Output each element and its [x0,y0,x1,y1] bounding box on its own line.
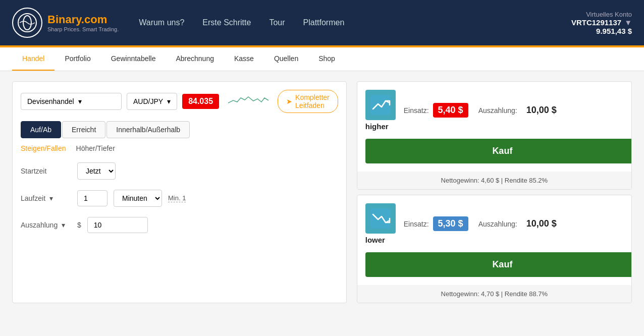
higher-footer: Nettogewinn: 4,60 $ | Rendite 85.2% [357,172,631,189]
higher-einsatz-label: Einsatz: [404,106,429,115]
account-balance: 9.951,43 $ [571,27,632,35]
header: Binary.com Sharp Prices. Smart Trading. … [0,0,644,45]
auszahlung-row: Auszahlung ▾ $ [21,217,338,233]
svg-rect-2 [370,95,391,115]
tab-erreicht[interactable]: Erreicht [62,121,105,138]
lower-einsatz-group: Einsatz: 5,30 $ [404,216,468,231]
laufzeit-min: Min. 1 [168,194,186,202]
subnav-steigen[interactable]: Steigen/Fallen [21,144,66,152]
nav-plattformen[interactable]: Plattformen [303,18,345,27]
higher-icon [365,90,396,120]
left-panel: Devisenhandel ▾ AUD/JPY ▾ 84.035 ➤ Kompl… [12,81,347,303]
trade-tabs: Auf/Ab Erreicht Innerhalb/Außerhalb [21,121,338,138]
laufzeit-label: Laufzeit ▾ [21,194,71,202]
sub-nav: Steigen/Fallen Höher/Tiefer [21,144,338,152]
guide-button[interactable]: ➤ Kompletter Leitfaden [278,90,338,113]
brand-word: Binary [47,13,81,26]
pair-select[interactable]: AUD/JPY ▾ [127,93,177,110]
higher-info: Einsatz: 5,40 $ Auszahlung: 10,00 $ [404,103,623,118]
lower-label: lower [365,236,396,244]
lower-icon [365,203,396,234]
account-dropdown-arrow[interactable]: ▼ [624,18,632,27]
guide-icon: ➤ [286,97,292,105]
lower-card-body: lower Einsatz: 5,30 $ Auszahlung: 10,00 … [357,195,631,252]
higher-einsatz-group: Einsatz: 5,40 $ [404,103,468,118]
brand-com: .com [81,13,107,26]
nav-warum[interactable]: Warum uns? [139,18,184,27]
dollar-prefix: $ [77,221,81,229]
lower-trade-card: lower Einsatz: 5,30 $ Auszahlung: 10,00 … [357,195,632,303]
laufzeit-dropdown-icon[interactable]: ▾ [49,194,53,202]
nav-tour[interactable]: Tour [269,18,285,27]
higher-card-body: higher Einsatz: 5,40 $ Auszahlung: 10,00… [357,82,631,139]
logo-text: Binary.com Sharp Prices. Smart Trading. [47,13,119,32]
higher-auszahlung-label: Auszahlung: [478,106,517,115]
startzeit-select[interactable]: Jetzt [77,162,116,180]
laufzeit-unit-select[interactable]: Minuten [114,190,162,207]
svg-rect-3 [370,208,391,229]
higher-buy-button[interactable]: Kauf [365,139,632,163]
main-content: Devisenhandel ▾ AUD/JPY ▾ 84.035 ➤ Kompl… [0,71,644,313]
startzeit-label: Startzeit [21,167,71,175]
tab-innerhalb[interactable]: Innerhalb/Außerhalb [106,121,190,138]
account-type: Virtuelles Konto [571,11,632,18]
nav-handel[interactable]: Handel [12,47,55,71]
nav-kasse[interactable]: Kasse [224,47,264,71]
market-select[interactable]: Devisenhandel ▾ [21,93,122,110]
auszahlung-dropdown-icon[interactable]: ▾ [62,221,65,229]
auszahlung-input[interactable] [87,217,148,233]
lower-buy-button[interactable]: Kauf [365,252,632,277]
main-nav: Warum uns? Erste Schritte Tour Plattform… [139,18,571,27]
startzeit-row: Startzeit Jetzt [21,162,338,180]
lower-einsatz-label: Einsatz: [404,220,429,228]
lower-info: Einsatz: 5,30 $ Auszahlung: 10,00 $ [404,216,623,231]
laufzeit-row: Laufzeit ▾ Minuten Min. 1 [21,190,338,207]
nav-portfolio[interactable]: Portfolio [55,47,100,71]
higher-trade-card: higher Einsatz: 5,40 $ Auszahlung: 10,00… [357,81,632,190]
price-badge: 84.035 [182,94,219,109]
lower-footer: Nettogewinn: 4,70 $ | Rendite 88.7% [357,285,631,303]
second-nav: Handel Portfolio Gewinntabelle Abrechnun… [0,47,644,71]
higher-einsatz-value[interactable]: 5,40 $ [433,103,468,118]
nav-shop[interactable]: Shop [308,47,345,71]
nav-erste[interactable]: Erste Schritte [202,18,251,27]
brand-name: Binary.com [47,13,119,26]
lower-einsatz-value[interactable]: 5,30 $ [433,216,468,231]
lower-auszahlung-value: 10,00 $ [521,216,562,231]
logo-area: Binary.com Sharp Prices. Smart Trading. [12,8,119,38]
right-panel: higher Einsatz: 5,40 $ Auszahlung: 10,00… [357,81,632,303]
lower-auszahlung-label: Auszahlung: [478,220,517,228]
tagline: Sharp Prices. Smart Trading. [47,26,119,32]
chart-mini [228,93,269,110]
top-controls: Devisenhandel ▾ AUD/JPY ▾ 84.035 ➤ Kompl… [21,90,338,113]
laufzeit-input[interactable] [77,190,108,206]
nav-quellen[interactable]: Quellen [264,47,308,71]
auszahlung-label: Auszahlung ▾ [21,221,71,229]
higher-label: higher [365,122,396,131]
nav-abrechnung[interactable]: Abrechnung [166,47,224,71]
higher-auszahlung-group: Auszahlung: 10,00 $ [478,103,562,118]
account-area: Virtuelles Konto VRTC1291137 ▼ 9.951,43 … [571,11,632,35]
higher-auszahlung-value: 10,00 $ [521,103,562,118]
logo-icon [12,8,42,38]
subnav-hoeher[interactable]: Höher/Tiefer [76,144,115,152]
tab-aufab[interactable]: Auf/Ab [21,121,61,138]
market-dropdown-arrow: ▾ [78,97,82,105]
lower-auszahlung-group: Auszahlung: 10,00 $ [478,216,562,231]
pair-dropdown-arrow: ▾ [167,97,171,105]
account-id[interactable]: VRTC1291137 ▼ [571,18,632,27]
nav-gewinntabelle[interactable]: Gewinntabelle [101,47,166,71]
